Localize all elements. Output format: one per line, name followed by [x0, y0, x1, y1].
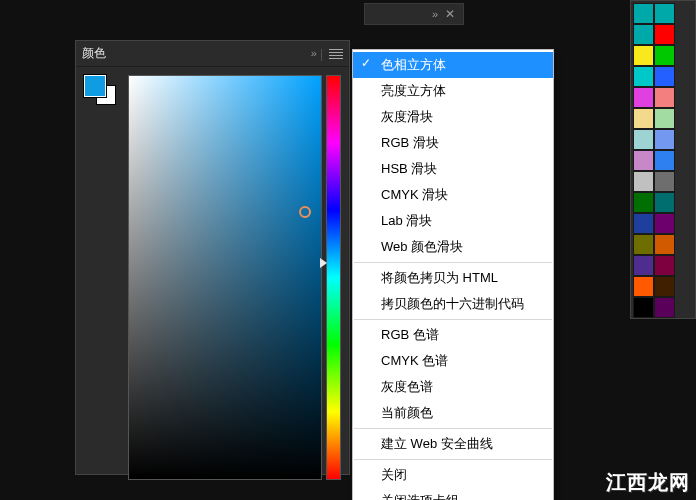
- menu-item[interactable]: RGB 色谱: [353, 322, 553, 348]
- menu-item-label: Web 颜色滑块: [381, 239, 463, 254]
- swatch[interactable]: [654, 234, 675, 255]
- menu-separator: [354, 459, 552, 460]
- menu-item[interactable]: CMYK 色谱: [353, 348, 553, 374]
- menu-item-label: CMYK 滑块: [381, 187, 448, 202]
- swatch[interactable]: [654, 255, 675, 276]
- swatch[interactable]: [633, 24, 654, 45]
- swatch[interactable]: [633, 108, 654, 129]
- swatch[interactable]: [654, 276, 675, 297]
- swatch[interactable]: [654, 213, 675, 234]
- menu-item[interactable]: Web 颜色滑块: [353, 234, 553, 260]
- menu-item[interactable]: CMYK 滑块: [353, 182, 553, 208]
- foreground-color-swatch[interactable]: [84, 75, 106, 97]
- swatch[interactable]: [633, 255, 654, 276]
- swatch[interactable]: [633, 129, 654, 150]
- swatch[interactable]: [654, 129, 675, 150]
- hue-slider-handle[interactable]: [320, 258, 327, 268]
- collapsed-panel-tab[interactable]: » ✕: [364, 3, 464, 25]
- menu-item[interactable]: 当前颜色: [353, 400, 553, 426]
- menu-item[interactable]: 亮度立方体: [353, 78, 553, 104]
- menu-item[interactable]: 灰度色谱: [353, 374, 553, 400]
- menu-separator: [354, 262, 552, 263]
- fg-bg-swatch[interactable]: [84, 75, 120, 111]
- swatch[interactable]: [633, 276, 654, 297]
- menu-item[interactable]: 关闭选项卡组: [353, 488, 553, 500]
- swatch[interactable]: [633, 213, 654, 234]
- swatch[interactable]: [633, 87, 654, 108]
- close-icon[interactable]: ✕: [445, 7, 455, 21]
- swatch[interactable]: [633, 171, 654, 192]
- menu-item-label: 关闭选项卡组: [381, 493, 459, 500]
- swatch[interactable]: [654, 66, 675, 87]
- watermark-text: 江西龙网: [606, 469, 690, 496]
- collapse-chevrons-icon: »: [432, 8, 435, 20]
- menu-item[interactable]: 关闭: [353, 462, 553, 488]
- swatch[interactable]: [633, 234, 654, 255]
- hue-slider[interactable]: [326, 75, 341, 480]
- color-field[interactable]: [128, 75, 322, 480]
- menu-item[interactable]: ✓色相立方体: [353, 52, 553, 78]
- menu-item-label: 灰度色谱: [381, 379, 433, 394]
- collapse-chevrons-icon[interactable]: »: [311, 47, 314, 61]
- swatch[interactable]: [654, 171, 675, 192]
- swatch[interactable]: [654, 45, 675, 66]
- swatch[interactable]: [654, 297, 675, 318]
- menu-item-label: 拷贝颜色的十六进制代码: [381, 296, 524, 311]
- color-field-cursor[interactable]: [299, 206, 311, 218]
- swatch[interactable]: [633, 45, 654, 66]
- menu-item[interactable]: 建立 Web 安全曲线: [353, 431, 553, 457]
- menu-item-label: Lab 滑块: [381, 213, 432, 228]
- menu-item-label: 将颜色拷贝为 HTML: [381, 270, 498, 285]
- menu-item[interactable]: RGB 滑块: [353, 130, 553, 156]
- swatch[interactable]: [633, 3, 654, 24]
- swatch[interactable]: [633, 150, 654, 171]
- color-panel-title: 颜色: [82, 45, 106, 62]
- separator: |: [320, 47, 323, 61]
- swatch[interactable]: [654, 192, 675, 213]
- swatch[interactable]: [633, 297, 654, 318]
- swatch[interactable]: [654, 108, 675, 129]
- color-panel-header: 颜色 » |: [76, 41, 349, 67]
- menu-item-label: CMYK 色谱: [381, 353, 448, 368]
- swatch[interactable]: [654, 150, 675, 171]
- menu-separator: [354, 319, 552, 320]
- menu-item[interactable]: 灰度滑块: [353, 104, 553, 130]
- swatch[interactable]: [654, 24, 675, 45]
- menu-item-label: 关闭: [381, 467, 407, 482]
- color-panel: 颜色 » |: [75, 40, 350, 475]
- menu-item-label: RGB 色谱: [381, 327, 439, 342]
- check-icon: ✓: [361, 56, 371, 70]
- menu-item[interactable]: HSB 滑块: [353, 156, 553, 182]
- swatch[interactable]: [633, 192, 654, 213]
- swatch[interactable]: [654, 3, 675, 24]
- color-panel-body: [76, 67, 349, 474]
- menu-item-label: 当前颜色: [381, 405, 433, 420]
- panel-options-menu: ✓色相立方体亮度立方体灰度滑块RGB 滑块HSB 滑块CMYK 滑块Lab 滑块…: [352, 49, 554, 500]
- menu-item[interactable]: Lab 滑块: [353, 208, 553, 234]
- menu-item[interactable]: 将颜色拷贝为 HTML: [353, 265, 553, 291]
- swatch[interactable]: [633, 66, 654, 87]
- menu-item-label: 灰度滑块: [381, 109, 433, 124]
- menu-item[interactable]: 拷贝颜色的十六进制代码: [353, 291, 553, 317]
- swatches-panel: [630, 0, 696, 319]
- swatch[interactable]: [654, 87, 675, 108]
- menu-item-label: 色相立方体: [381, 57, 446, 72]
- menu-item-label: 亮度立方体: [381, 83, 446, 98]
- panel-menu-icon[interactable]: [329, 49, 343, 59]
- menu-item-label: HSB 滑块: [381, 161, 437, 176]
- menu-item-label: RGB 滑块: [381, 135, 439, 150]
- menu-item-label: 建立 Web 安全曲线: [381, 436, 493, 451]
- menu-separator: [354, 428, 552, 429]
